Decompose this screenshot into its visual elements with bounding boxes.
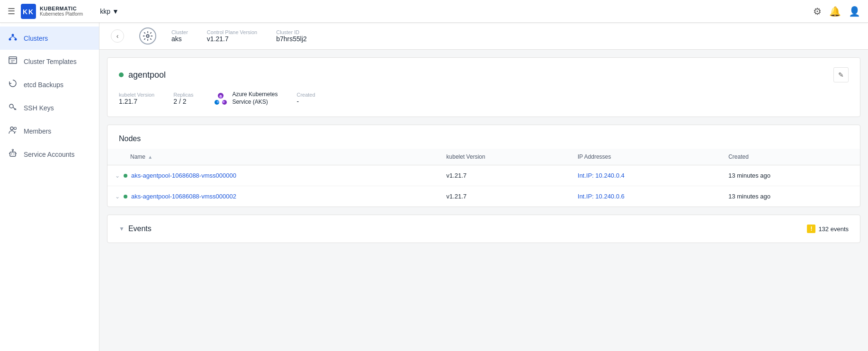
created-value: -	[296, 98, 315, 105]
brand-name: KUBERMATIC	[40, 6, 83, 11]
cluster-name: aks	[171, 35, 188, 43]
svg-line-7	[13, 36, 16, 38]
svg-point-21	[14, 153, 15, 154]
logo-text: KUBERMATIC Kubernetes Platform	[40, 6, 83, 17]
robot-icon	[8, 148, 18, 160]
project-selector[interactable]: kkp ▼	[100, 8, 119, 15]
cluster-id-value: b7hrs55lj2	[276, 35, 307, 43]
nodes-title: Nodes	[107, 125, 860, 143]
notifications-icon[interactable]: 🔔	[829, 6, 841, 17]
svg-point-3	[12, 34, 14, 36]
events-count-badge: ! 132 events	[807, 225, 849, 233]
svg-rect-8	[9, 57, 17, 63]
top-navigation: ☰ K K KUBERMATIC Kubernetes Platform kkp…	[0, 0, 868, 23]
members-icon	[8, 125, 18, 137]
svg-point-12	[9, 104, 13, 108]
settings-icon[interactable]: ⚙	[813, 6, 822, 17]
table-row: ⌄ aks-agentpool-10686088-vmss000000 v1.2…	[107, 165, 860, 186]
svg-line-6	[10, 36, 13, 38]
nodepool-title-row: agentpool	[119, 70, 166, 80]
svg-point-31	[220, 95, 222, 97]
svg-point-5	[15, 38, 17, 41]
sidebar: Clusters Cluster Templates etcd Backup	[0, 23, 99, 351]
svg-point-30	[223, 101, 225, 103]
node-expand-icon[interactable]: ⌄	[115, 172, 120, 179]
replicas-value: 2 / 2	[173, 98, 193, 105]
back-button[interactable]: ‹	[111, 29, 124, 43]
sidebar-item-service-accounts[interactable]: Service Accounts	[0, 143, 99, 166]
nodepool-status-dot	[119, 72, 124, 77]
node-kubelet-version: v1.21.7	[439, 165, 570, 186]
nodepool-name: agentpool	[128, 70, 166, 80]
sidebar-clusters-label: Clusters	[24, 35, 48, 42]
node-expand-icon[interactable]: ⌄	[115, 193, 120, 200]
col-header-created: Created	[721, 149, 860, 165]
svg-point-19	[12, 149, 14, 151]
cp-version-label: Control Plane Version	[207, 29, 257, 35]
svg-point-20	[11, 153, 12, 154]
logo: K K KUBERMATIC Kubernetes Platform	[21, 4, 83, 19]
events-header: ▼ Events ! 132 events	[119, 225, 849, 233]
sidebar-ssh-label: SSH Keys	[24, 104, 54, 112]
node-kubelet-version: v1.21.7	[439, 186, 570, 207]
node-ip: Int.IP: 10.240.0.6	[570, 186, 721, 207]
hamburger-menu[interactable]: ☰	[8, 6, 15, 17]
node-status-dot	[124, 195, 127, 198]
kubelet-version-label: kubelet Version	[119, 92, 154, 98]
sidebar-item-etcd-backups[interactable]: etcd Backups	[0, 73, 99, 96]
sidebar-item-members[interactable]: Members	[0, 119, 99, 143]
svg-text:K: K	[23, 8, 27, 16]
created-label: Created	[296, 92, 315, 98]
key-icon	[8, 102, 18, 114]
svg-point-4	[9, 38, 11, 41]
svg-rect-17	[10, 152, 16, 156]
svg-text:K: K	[28, 8, 33, 16]
sidebar-item-cluster-templates[interactable]: Cluster Templates	[0, 50, 99, 73]
node-ip: Int.IP: 10.240.0.4	[570, 165, 721, 186]
edit-nodepool-button[interactable]: ✎	[833, 67, 849, 82]
col-header-kubelet: kubelet Version	[439, 149, 570, 165]
events-title: Events	[128, 225, 152, 233]
col-header-name[interactable]: Name ▲	[107, 149, 439, 165]
sidebar-etcd-label: etcd Backups	[24, 81, 63, 89]
kubelet-version-value: 1.21.7	[119, 98, 154, 105]
sidebar-item-clusters[interactable]: Clusters	[0, 27, 99, 50]
events-title-row: ▼ Events	[119, 225, 152, 233]
table-row: ⌄ aks-agentpool-10686088-vmss000002 v1.2…	[107, 186, 860, 207]
cluster-id-label: Cluster ID	[276, 29, 307, 35]
provider-name: Azure KubernetesService (AKS)	[232, 91, 277, 106]
svg-point-16	[14, 127, 17, 130]
provider-badge: Azure KubernetesService (AKS)	[212, 90, 277, 107]
svg-point-29	[217, 101, 219, 103]
project-dropdown-icon[interactable]: ▼	[112, 8, 119, 15]
cluster-meta: Cluster aks Control Plane Version v1.21.…	[171, 29, 307, 43]
replicas-label: Replicas	[173, 92, 193, 98]
events-collapse-icon[interactable]: ▼	[119, 225, 125, 232]
sort-ascending-icon[interactable]: ▲	[148, 154, 152, 160]
cp-version-value: v1.21.7	[207, 35, 257, 43]
sidebar-item-ssh-keys[interactable]: SSH Keys	[0, 96, 99, 119]
brand-sub: Kubernetes Platform	[40, 11, 83, 17]
node-created: 13 minutes ago	[721, 186, 860, 207]
node-name-cell: ⌄ aks-agentpool-10686088-vmss000002	[107, 186, 439, 207]
cluster-settings-icon	[139, 27, 156, 45]
project-name: kkp	[100, 8, 110, 15]
svg-point-15	[10, 127, 13, 130]
node-name[interactable]: aks-agentpool-10686088-vmss000002	[131, 193, 236, 200]
sidebar-templates-label: Cluster Templates	[24, 58, 77, 65]
node-name[interactable]: aks-agentpool-10686088-vmss000000	[131, 172, 236, 179]
node-name-cell: ⌄ aks-agentpool-10686088-vmss000000	[107, 165, 439, 186]
nodes-card: Nodes Name ▲ kubelet Version IP Addresse…	[107, 125, 860, 207]
main-content: ‹ Cluster aks Control Plane Version v1.2…	[99, 23, 868, 351]
nodepool-header: agentpool ✎	[119, 67, 849, 82]
cluster-header: ‹ Cluster aks Control Plane Version v1.2…	[99, 23, 868, 50]
svg-point-24	[146, 35, 149, 37]
col-header-ip: IP Addresses	[570, 149, 721, 165]
events-card: ▼ Events ! 132 events	[107, 215, 860, 243]
node-created: 13 minutes ago	[721, 165, 860, 186]
nodepool-meta: kubelet Version 1.21.7 Replicas 2 / 2	[119, 90, 849, 107]
sidebar-sa-label: Service Accounts	[24, 151, 74, 158]
kkp-logo-icon: K K	[21, 4, 36, 19]
user-icon[interactable]: 👤	[849, 6, 860, 17]
page-content: agentpool ✎ kubelet Version 1.21.7 Repli…	[99, 57, 868, 243]
